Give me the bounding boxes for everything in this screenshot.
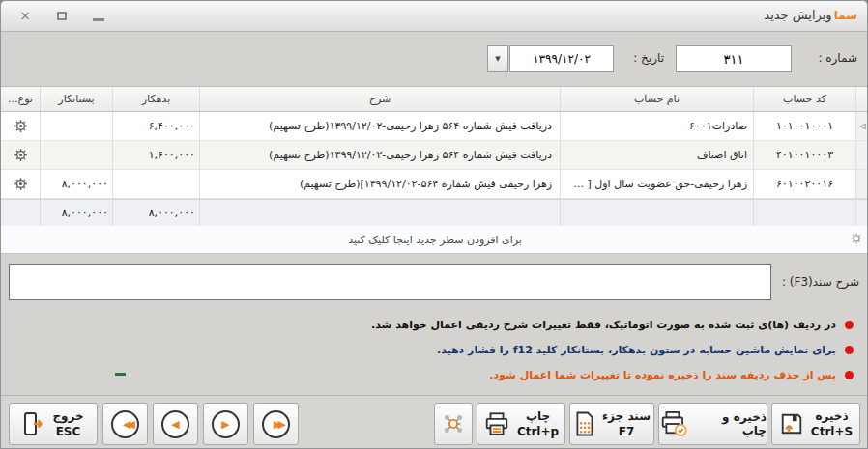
header-credit[interactable]: بستانکار <box>40 87 112 111</box>
doc-description-input[interactable] <box>9 264 771 300</box>
date-dropdown-button[interactable]: ▼ <box>487 45 508 72</box>
save-button[interactable]: ذخیره Ctrl+S <box>771 403 860 445</box>
totals-name <box>560 200 753 226</box>
green-dash-mark <box>115 373 126 376</box>
bullet-icon <box>845 371 854 379</box>
cell-credit[interactable] <box>40 112 112 140</box>
print-shortcut: Ctrl+p <box>517 424 559 439</box>
sub-document-button[interactable]: سند جزء F7 <box>569 403 654 445</box>
minimize-icon[interactable] <box>90 7 107 24</box>
number-label: شماره : <box>818 51 857 65</box>
header-type[interactable]: نوع... <box>1 87 40 111</box>
grid-settings-button[interactable] <box>851 233 862 244</box>
exit-button[interactable]: خروج ESC <box>9 403 98 445</box>
cell-account-name[interactable]: اتاق اصناف <box>560 141 753 169</box>
header-account-name[interactable]: نام حساب <box>560 87 753 111</box>
cell-account-code[interactable]: ۶۰۱۰۰۲۰۰۱۶ <box>753 170 855 198</box>
gear-icon <box>14 148 28 162</box>
row-indicator <box>855 170 868 198</box>
gear-icon <box>14 119 28 133</box>
cell-account-name[interactable]: صادرات۶۰۰۱ <box>560 112 753 140</box>
note-line: برای نمایش ماشین حسابه در ستون بدهکار، ب… <box>0 344 867 356</box>
totals-debit: ۸,۰۰۰,۰۰۰ <box>112 200 199 226</box>
first-record-icon: ◀◀ <box>119 418 131 431</box>
cell-debit[interactable]: ۶,۴۰۰,۰۰۰ <box>112 112 199 140</box>
totals-credit: ۸,۰۰۰,۰۰۰ <box>40 200 112 226</box>
printer-check-icon <box>659 410 688 437</box>
header-debit[interactable]: بدهکار <box>112 87 199 111</box>
add-new-row-label: برای افزودن سطر جدید اینجا کلیک کنید <box>348 234 522 246</box>
print-label: چاپ <box>526 408 550 424</box>
bullet-icon <box>845 346 854 354</box>
row-settings-button[interactable] <box>1 170 40 198</box>
date-input[interactable] <box>509 45 614 72</box>
nav-first-button[interactable]: ◀◀ <box>102 403 148 445</box>
totals-row: ۸,۰۰۰,۰۰۰ ۸,۰۰۰,۰۰۰ <box>1 199 868 226</box>
exit-door-icon <box>22 410 45 437</box>
header-account-code[interactable]: کد حساب <box>753 87 855 111</box>
current-row-marker-icon: ◁ <box>855 112 868 140</box>
sub-document-label: سند جزء <box>602 408 651 424</box>
add-new-row-bar[interactable]: برای افزودن سطر جدید اینجا کلیک کنید <box>1 226 868 254</box>
cell-debit[interactable] <box>112 170 199 198</box>
gear-icon <box>14 177 28 191</box>
cell-account-code[interactable]: ۴۰۱۰۰۱۰۰۰۳ <box>753 141 855 169</box>
cell-description[interactable]: دریافت فیش شماره ۵۶۴ زهرا رحیمی-۱۳۹۹/۱۲/… <box>199 141 560 169</box>
share-button[interactable] <box>434 403 473 445</box>
exit-label: خروج <box>52 408 83 424</box>
note-line: پس از حذف ردیفه سند را ذخیره نموده تا تغ… <box>0 369 867 381</box>
table-row[interactable]: ۶۰۱۰۰۲۰۰۱۶ زهرا رحیمی-حق عضویت سال اول [… <box>1 170 868 199</box>
previous-record-icon: ◀ <box>171 418 179 431</box>
restore-icon[interactable] <box>53 7 71 24</box>
totals-code <box>753 200 855 226</box>
minimize-glyph <box>93 18 104 21</box>
save-and-print-label: ذخیره و چاپ <box>695 410 767 437</box>
row-settings-button[interactable] <box>1 141 40 169</box>
cell-debit[interactable]: ۱,۶۰۰,۰۰۰ <box>112 141 199 169</box>
nav-next-button[interactable]: ▶ <box>203 403 248 445</box>
note-line: در ردیف (ها)ی ثبت شده به صورت اتوماتیک، … <box>0 319 867 331</box>
save-shortcut: Ctrl+S <box>811 424 853 439</box>
row-settings-button[interactable] <box>1 112 40 140</box>
save-label: ذخیره <box>815 408 848 424</box>
titlebar: سما ویرایش جدید × <box>1 1 867 32</box>
bullet-icon <box>845 321 854 329</box>
document-header: شماره : تاریخ : ▼ <box>1 32 867 86</box>
row-indicator <box>855 141 868 169</box>
chevron-down-icon: ▼ <box>495 55 500 63</box>
save-floppy-icon <box>779 411 804 436</box>
print-button[interactable]: چاپ Ctrl+p <box>477 403 565 445</box>
printer-icon <box>483 411 510 437</box>
nav-previous-button[interactable]: ◀ <box>153 403 198 445</box>
header-indicator <box>855 87 868 111</box>
cell-account-code[interactable]: ۱۰۱۰۰۱۰۰۰۱ <box>753 112 855 140</box>
last-record-icon: ▶▶ <box>270 418 282 431</box>
number-input[interactable] <box>676 45 792 72</box>
totals-desc <box>199 200 560 226</box>
cell-account-name[interactable]: زهرا رحیمی-حق عضویت سال اول [ ... <box>560 170 753 198</box>
table-header-row: کد حساب نام حساب شرح بدهکار بستانکار نوع… <box>1 87 868 112</box>
note-text: برای نمایش ماشین حسابه در ستون بدهکار، ب… <box>437 344 836 356</box>
cell-credit[interactable] <box>40 141 112 169</box>
window-controls: × <box>16 7 107 24</box>
close-icon[interactable]: × <box>16 7 34 24</box>
save-and-print-button[interactable]: ذخیره و چاپ <box>658 403 767 445</box>
document-icon <box>573 410 595 437</box>
entries-table: کد حساب نام حساب شرح بدهکار بستانکار نوع… <box>1 86 868 227</box>
note-text: پس از حذف ردیفه سند را ذخیره نموده تا تغ… <box>489 369 836 381</box>
cell-credit[interactable]: ۸,۰۰۰,۰۰۰ <box>40 170 112 198</box>
doc-description-label: شرح سند(F3) : <box>782 275 859 289</box>
cell-description[interactable]: زهرا رحیمی فیش شماره ۵۶۴-۱۳۹۹/۱۲/۰۲](طرح… <box>199 170 560 198</box>
totals-indicator <box>855 200 868 226</box>
gear-icon <box>851 233 862 244</box>
totals-type <box>1 200 40 226</box>
header-description[interactable]: شرح <box>199 87 560 111</box>
table-row[interactable]: ۴۰۱۰۰۱۰۰۰۳ اتاق اصناف دریافت فیش شماره ۵… <box>1 141 868 170</box>
cell-description[interactable]: دریافت فیش شماره ۵۶۴ زهرا رحیمی-۱۳۹۹/۱۲/… <box>199 112 560 140</box>
date-label: تاریخ : <box>633 51 664 65</box>
nav-last-button[interactable]: ▶▶ <box>253 403 299 445</box>
table-row[interactable]: ◁ ۱۰۱۰۰۱۰۰۰۱ صادرات۶۰۰۱ دریافت فیش شماره… <box>1 112 868 141</box>
share-network-icon <box>440 410 467 437</box>
edit-document-window: سما ویرایش جدید × شماره : تاریخ : ▼ کد ح… <box>0 0 868 449</box>
title-area: سما ویرایش جدید <box>764 8 857 22</box>
